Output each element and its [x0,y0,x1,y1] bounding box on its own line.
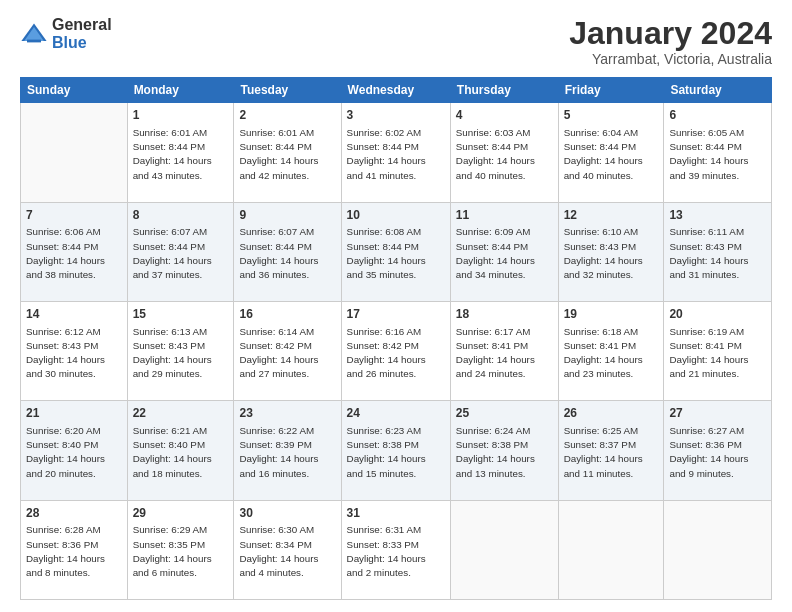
day-info: Sunrise: 6:07 AMSunset: 8:44 PMDaylight:… [133,225,229,282]
table-row: 24Sunrise: 6:23 AMSunset: 8:38 PMDayligh… [341,401,450,500]
table-row: 19Sunrise: 6:18 AMSunset: 8:41 PMDayligh… [558,301,664,400]
day-number: 25 [456,405,553,422]
svg-rect-2 [27,39,41,42]
day-number: 12 [564,207,659,224]
day-info: Sunrise: 6:05 AMSunset: 8:44 PMDaylight:… [669,126,766,183]
calendar-week-row: 7Sunrise: 6:06 AMSunset: 8:44 PMDaylight… [21,202,772,301]
table-row: 31Sunrise: 6:31 AMSunset: 8:33 PMDayligh… [341,500,450,599]
location: Yarrambat, Victoria, Australia [569,51,772,67]
col-monday: Monday [127,78,234,103]
day-info: Sunrise: 6:07 AMSunset: 8:44 PMDaylight:… [239,225,335,282]
day-number: 14 [26,306,122,323]
day-info: Sunrise: 6:04 AMSunset: 8:44 PMDaylight:… [564,126,659,183]
day-info: Sunrise: 6:14 AMSunset: 8:42 PMDaylight:… [239,325,335,382]
day-number: 8 [133,207,229,224]
day-number: 6 [669,107,766,124]
table-row: 11Sunrise: 6:09 AMSunset: 8:44 PMDayligh… [450,202,558,301]
day-info: Sunrise: 6:31 AMSunset: 8:33 PMDaylight:… [347,523,445,580]
day-number: 28 [26,505,122,522]
calendar-week-row: 14Sunrise: 6:12 AMSunset: 8:43 PMDayligh… [21,301,772,400]
table-row: 21Sunrise: 6:20 AMSunset: 8:40 PMDayligh… [21,401,128,500]
table-row: 30Sunrise: 6:30 AMSunset: 8:34 PMDayligh… [234,500,341,599]
day-number: 24 [347,405,445,422]
day-number: 3 [347,107,445,124]
title-area: January 2024 Yarrambat, Victoria, Austra… [569,16,772,67]
col-thursday: Thursday [450,78,558,103]
table-row: 29Sunrise: 6:29 AMSunset: 8:35 PMDayligh… [127,500,234,599]
col-sunday: Sunday [21,78,128,103]
month-title: January 2024 [569,16,772,51]
logo-icon [20,20,48,48]
day-info: Sunrise: 6:06 AMSunset: 8:44 PMDaylight:… [26,225,122,282]
table-row: 23Sunrise: 6:22 AMSunset: 8:39 PMDayligh… [234,401,341,500]
table-row: 25Sunrise: 6:24 AMSunset: 8:38 PMDayligh… [450,401,558,500]
day-number: 16 [239,306,335,323]
table-row [664,500,772,599]
day-number: 1 [133,107,229,124]
day-number: 30 [239,505,335,522]
day-number: 4 [456,107,553,124]
table-row: 26Sunrise: 6:25 AMSunset: 8:37 PMDayligh… [558,401,664,500]
day-number: 29 [133,505,229,522]
day-info: Sunrise: 6:19 AMSunset: 8:41 PMDaylight:… [669,325,766,382]
day-number: 26 [564,405,659,422]
table-row: 5Sunrise: 6:04 AMSunset: 8:44 PMDaylight… [558,103,664,202]
day-info: Sunrise: 6:22 AMSunset: 8:39 PMDaylight:… [239,424,335,481]
day-info: Sunrise: 6:25 AMSunset: 8:37 PMDaylight:… [564,424,659,481]
day-info: Sunrise: 6:20 AMSunset: 8:40 PMDaylight:… [26,424,122,481]
page: General Blue January 2024 Yarrambat, Vic… [0,0,792,612]
table-row: 20Sunrise: 6:19 AMSunset: 8:41 PMDayligh… [664,301,772,400]
table-row: 12Sunrise: 6:10 AMSunset: 8:43 PMDayligh… [558,202,664,301]
day-number: 23 [239,405,335,422]
day-number: 18 [456,306,553,323]
day-number: 31 [347,505,445,522]
table-row: 9Sunrise: 6:07 AMSunset: 8:44 PMDaylight… [234,202,341,301]
table-row: 7Sunrise: 6:06 AMSunset: 8:44 PMDaylight… [21,202,128,301]
day-info: Sunrise: 6:30 AMSunset: 8:34 PMDaylight:… [239,523,335,580]
day-info: Sunrise: 6:13 AMSunset: 8:43 PMDaylight:… [133,325,229,382]
table-row [558,500,664,599]
calendar-week-row: 28Sunrise: 6:28 AMSunset: 8:36 PMDayligh… [21,500,772,599]
col-tuesday: Tuesday [234,78,341,103]
day-info: Sunrise: 6:01 AMSunset: 8:44 PMDaylight:… [239,126,335,183]
day-number: 7 [26,207,122,224]
logo-text: General Blue [52,16,112,51]
day-number: 5 [564,107,659,124]
calendar-table: Sunday Monday Tuesday Wednesday Thursday… [20,77,772,600]
day-number: 21 [26,405,122,422]
day-info: Sunrise: 6:10 AMSunset: 8:43 PMDaylight:… [564,225,659,282]
day-info: Sunrise: 6:18 AMSunset: 8:41 PMDaylight:… [564,325,659,382]
day-number: 22 [133,405,229,422]
day-info: Sunrise: 6:27 AMSunset: 8:36 PMDaylight:… [669,424,766,481]
day-number: 17 [347,306,445,323]
day-number: 2 [239,107,335,124]
day-number: 11 [456,207,553,224]
day-info: Sunrise: 6:08 AMSunset: 8:44 PMDaylight:… [347,225,445,282]
day-number: 15 [133,306,229,323]
table-row: 16Sunrise: 6:14 AMSunset: 8:42 PMDayligh… [234,301,341,400]
table-row: 22Sunrise: 6:21 AMSunset: 8:40 PMDayligh… [127,401,234,500]
day-info: Sunrise: 6:29 AMSunset: 8:35 PMDaylight:… [133,523,229,580]
col-friday: Friday [558,78,664,103]
day-number: 27 [669,405,766,422]
table-row: 17Sunrise: 6:16 AMSunset: 8:42 PMDayligh… [341,301,450,400]
day-number: 19 [564,306,659,323]
table-row: 2Sunrise: 6:01 AMSunset: 8:44 PMDaylight… [234,103,341,202]
table-row: 3Sunrise: 6:02 AMSunset: 8:44 PMDaylight… [341,103,450,202]
day-info: Sunrise: 6:12 AMSunset: 8:43 PMDaylight:… [26,325,122,382]
day-info: Sunrise: 6:03 AMSunset: 8:44 PMDaylight:… [456,126,553,183]
day-info: Sunrise: 6:01 AMSunset: 8:44 PMDaylight:… [133,126,229,183]
day-info: Sunrise: 6:28 AMSunset: 8:36 PMDaylight:… [26,523,122,580]
day-number: 13 [669,207,766,224]
table-row: 14Sunrise: 6:12 AMSunset: 8:43 PMDayligh… [21,301,128,400]
calendar-header-row: Sunday Monday Tuesday Wednesday Thursday… [21,78,772,103]
day-info: Sunrise: 6:23 AMSunset: 8:38 PMDaylight:… [347,424,445,481]
logo-blue-text: Blue [52,34,112,52]
day-number: 20 [669,306,766,323]
day-info: Sunrise: 6:16 AMSunset: 8:42 PMDaylight:… [347,325,445,382]
day-info: Sunrise: 6:17 AMSunset: 8:41 PMDaylight:… [456,325,553,382]
calendar-week-row: 1Sunrise: 6:01 AMSunset: 8:44 PMDaylight… [21,103,772,202]
table-row: 13Sunrise: 6:11 AMSunset: 8:43 PMDayligh… [664,202,772,301]
table-row: 28Sunrise: 6:28 AMSunset: 8:36 PMDayligh… [21,500,128,599]
header: General Blue January 2024 Yarrambat, Vic… [20,16,772,67]
